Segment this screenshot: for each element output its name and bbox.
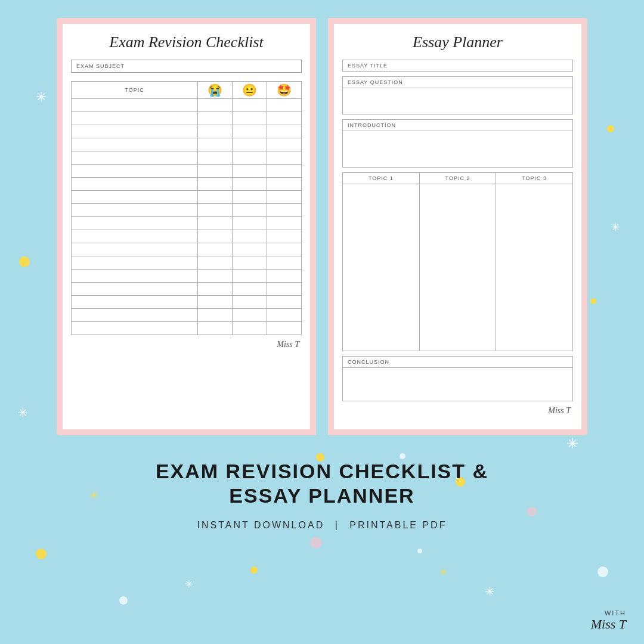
emoji1-cell <box>198 112 233 125</box>
emoji2-cell <box>233 191 267 204</box>
emoji1-cell <box>198 322 233 335</box>
emoji2-cell <box>233 243 267 256</box>
topic3-header: TOPIC 3 <box>496 173 573 184</box>
emoji1-cell <box>198 138 233 151</box>
emoji3-header: 🤩 <box>267 82 302 99</box>
topic-cell <box>72 230 198 243</box>
emoji3-cell <box>267 204 302 217</box>
emoji1-cell <box>198 204 233 217</box>
conclusion-label: CONCLUSION <box>343 357 572 368</box>
table-row <box>72 138 302 151</box>
emoji2-cell <box>233 270 267 283</box>
emoji3-cell <box>267 243 302 256</box>
emoji3-cell <box>267 256 302 270</box>
emoji2-cell <box>233 309 267 322</box>
emoji3-cell <box>267 165 302 178</box>
essay-question-section: ESSAY QUESTION <box>342 76 573 114</box>
emoji2-cell <box>233 112 267 125</box>
emoji3-cell <box>267 230 302 243</box>
checklist-signature: Miss T <box>71 340 302 349</box>
topic-cell <box>72 256 198 270</box>
table-row <box>72 217 302 230</box>
table-row <box>72 243 302 256</box>
emoji3-cell <box>267 217 302 230</box>
topic-header: TOPIC <box>72 82 198 99</box>
essay-signature: Miss T <box>342 406 573 416</box>
checklist-title: Exam Revision Checklist <box>71 33 302 51</box>
topic1-content <box>343 184 420 351</box>
bottom-title-line1: EXAM REVISION CHECKLIST & <box>156 459 488 484</box>
table-row <box>72 125 302 138</box>
emoji2-cell <box>233 125 267 138</box>
watermark-name: Miss T <box>591 617 626 631</box>
topic1-header: TOPIC 1 <box>343 173 420 184</box>
table-row <box>72 151 302 165</box>
emoji3-cell <box>267 309 302 322</box>
topic-cell <box>72 151 198 165</box>
emoji2-cell <box>233 151 267 165</box>
topic-cell <box>72 270 198 283</box>
table-row <box>72 99 302 112</box>
emoji1-cell <box>198 125 233 138</box>
table-row <box>72 283 302 296</box>
emoji1-cell <box>198 230 233 243</box>
topics-table: TOPIC 1 TOPIC 2 TOPIC 3 <box>342 172 573 351</box>
emoji2-cell <box>233 283 267 296</box>
table-row <box>72 191 302 204</box>
conclusion-content <box>343 368 572 401</box>
topic2-header: TOPIC 2 <box>419 173 496 184</box>
emoji3-cell <box>267 151 302 165</box>
topic-cell <box>72 138 198 151</box>
introduction-content <box>343 131 572 167</box>
table-row <box>72 322 302 335</box>
essay-title-section: ESSAY TITLE <box>342 60 573 72</box>
emoji1-cell <box>198 191 233 204</box>
emoji2-cell <box>233 204 267 217</box>
emoji2-cell <box>233 165 267 178</box>
topic-cell <box>72 99 198 112</box>
emoji3-cell <box>267 178 302 191</box>
table-row <box>72 204 302 217</box>
topic-cell <box>72 309 198 322</box>
emoji1-cell <box>198 243 233 256</box>
watermark-with: WITH <box>591 609 626 617</box>
topic2-content <box>419 184 496 351</box>
emoji2-cell <box>233 178 267 191</box>
subtitle-part2: PRINTABLE PDF <box>349 520 447 530</box>
emoji2-cell <box>233 322 267 335</box>
topic-cell <box>72 165 198 178</box>
topic-cell <box>72 322 198 335</box>
essay-title: Essay Planner <box>342 33 573 51</box>
emoji2-cell <box>233 230 267 243</box>
checklist-table: TOPIC 😭 😐 🤩 <box>71 81 302 335</box>
subtitle-part1: INSTANT DOWNLOAD <box>197 520 325 530</box>
table-row <box>72 296 302 309</box>
emoji1-cell <box>198 309 233 322</box>
emoji1-cell <box>198 296 233 309</box>
table-row <box>72 270 302 283</box>
emoji3-cell <box>267 296 302 309</box>
essay-question-label: ESSAY QUESTION <box>342 76 573 88</box>
bottom-title-line2: ESSAY PLANNER <box>156 484 488 508</box>
emoji1-cell <box>198 99 233 112</box>
emoji1-cell <box>198 270 233 283</box>
emoji1-cell <box>198 217 233 230</box>
emoji1-cell <box>198 283 233 296</box>
essay-title-label: ESSAY TITLE <box>342 60 573 72</box>
watermark: WITH Miss T <box>591 609 626 632</box>
essay-question-content <box>342 88 573 114</box>
emoji2-cell <box>233 138 267 151</box>
table-row <box>72 230 302 243</box>
subtitle-pipe: | <box>335 520 339 530</box>
emoji3-cell <box>267 191 302 204</box>
emoji3-cell <box>267 138 302 151</box>
subject-field: EXAM SUBJECT <box>71 60 302 73</box>
bottom-subtitle: INSTANT DOWNLOAD | PRINTABLE PDF <box>156 520 488 531</box>
table-row <box>72 165 302 178</box>
emoji2-cell <box>233 296 267 309</box>
emoji3-cell <box>267 283 302 296</box>
essay-card: Essay Planner ESSAY TITLE ESSAY QUESTION… <box>328 18 587 435</box>
table-row <box>72 178 302 191</box>
topic3-content <box>496 184 573 351</box>
topic-cell <box>72 296 198 309</box>
